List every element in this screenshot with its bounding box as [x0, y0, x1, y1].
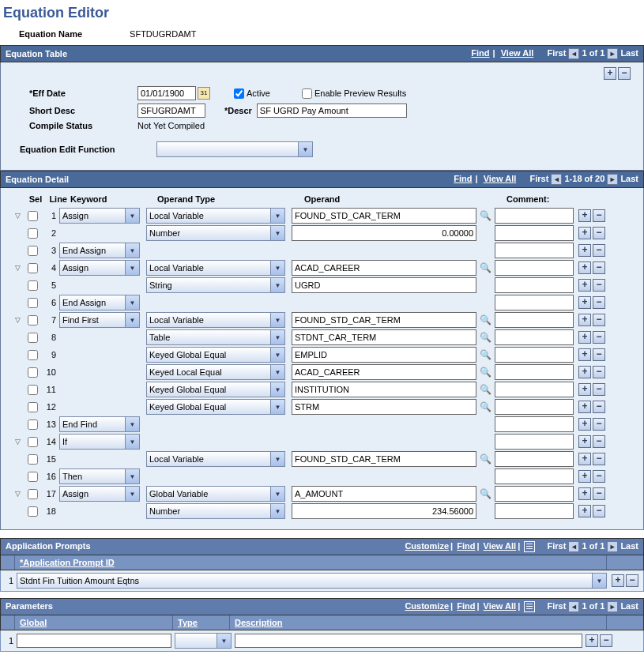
delete-row-button[interactable]: − — [593, 314, 605, 326]
ap-customize-link[interactable]: Customize — [405, 541, 449, 551]
comment-input[interactable] — [495, 382, 574, 397]
operand-input[interactable] — [292, 208, 476, 224]
add-row-button[interactable]: + — [578, 244, 591, 257]
sel-checkbox[interactable] — [28, 385, 38, 395]
lookup-icon[interactable]: 🔍 — [479, 487, 491, 500]
keyword-dropdown[interactable]: Find First▼ — [59, 312, 140, 328]
operand-type-dropdown[interactable]: Local Variable▼ — [146, 260, 285, 276]
param-type-dropdown[interactable]: ▼ — [175, 633, 232, 649]
sel-checkbox[interactable] — [28, 298, 38, 308]
operand-input[interactable] — [292, 399, 476, 415]
add-row-button[interactable]: + — [578, 331, 591, 344]
add-row-button[interactable]: + — [578, 296, 591, 309]
pr-col-description[interactable]: Description — [230, 615, 607, 630]
comment-input[interactable] — [495, 503, 574, 519]
comment-input[interactable] — [495, 399, 574, 415]
comment-input[interactable] — [495, 208, 574, 224]
comment-input[interactable] — [495, 451, 574, 467]
sel-checkbox[interactable] — [28, 489, 38, 499]
add-row-button[interactable]: + — [578, 279, 591, 292]
active-checkbox[interactable] — [234, 88, 244, 99]
sel-checkbox[interactable] — [28, 420, 38, 430]
sel-checkbox[interactable] — [28, 246, 38, 256]
find-link[interactable]: Find — [471, 48, 489, 58]
operand-type-dropdown[interactable]: Number▼ — [146, 503, 285, 519]
delete-row-button[interactable]: − — [593, 505, 605, 517]
add-row-button[interactable]: + — [578, 470, 591, 483]
operand-input[interactable] — [292, 277, 476, 293]
expand-toggle-icon[interactable]: ▽ — [15, 316, 24, 324]
add-row-button[interactable]: + — [578, 348, 591, 361]
lookup-icon[interactable]: 🔍 — [479, 331, 491, 344]
add-row-button[interactable]: + — [578, 401, 591, 413]
sel-checkbox[interactable] — [28, 315, 38, 325]
pr-add-button[interactable]: + — [586, 634, 598, 647]
sel-checkbox[interactable] — [28, 263, 38, 273]
lookup-icon[interactable]: 🔍 — [479, 383, 491, 396]
detail-prev-arrow-icon[interactable]: ◄ — [551, 174, 562, 185]
operand-input[interactable] — [292, 312, 476, 328]
delete-row-button[interactable]: − — [593, 279, 605, 292]
sel-checkbox[interactable] — [28, 333, 38, 343]
delete-row-button[interactable]: − — [593, 470, 605, 483]
add-row-button[interactable]: + — [578, 435, 591, 448]
operand-input[interactable] — [292, 451, 476, 467]
lookup-icon[interactable]: 🔍 — [479, 209, 491, 222]
ap-col-header[interactable]: *Application Prompt ID — [15, 555, 607, 570]
pr-col-type[interactable]: Type — [173, 615, 230, 630]
sel-checkbox[interactable] — [28, 280, 38, 291]
add-row-button[interactable]: + — [604, 67, 616, 80]
sel-checkbox[interactable] — [28, 437, 38, 447]
detail-next-arrow-icon[interactable]: ► — [607, 174, 618, 185]
operand-type-dropdown[interactable]: Local Variable▼ — [146, 208, 285, 224]
delete-row-button[interactable]: − — [593, 348, 605, 361]
detail-find-link[interactable]: Find — [454, 174, 472, 183]
add-row-button[interactable]: + — [578, 366, 591, 378]
add-row-button[interactable]: + — [578, 209, 591, 222]
add-row-button[interactable]: + — [578, 418, 591, 431]
comment-input[interactable] — [495, 312, 574, 328]
comment-input[interactable] — [495, 260, 574, 276]
detail-view-all-link[interactable]: View All — [484, 174, 517, 183]
operand-type-dropdown[interactable]: Number▼ — [146, 225, 285, 241]
delete-row-button[interactable]: − — [593, 296, 605, 309]
eff-date-input[interactable] — [137, 86, 196, 100]
calendar-icon[interactable]: 31 — [198, 87, 210, 100]
sel-checkbox[interactable] — [28, 472, 38, 482]
delete-row-button[interactable]: − — [593, 227, 605, 239]
keyword-dropdown[interactable]: Assign▼ — [59, 260, 140, 276]
pr-next-arrow-icon[interactable]: ► — [607, 601, 618, 612]
pr-col-global[interactable]: Global — [15, 615, 173, 630]
delete-row-button[interactable]: − — [593, 262, 605, 274]
comment-input[interactable] — [495, 347, 574, 363]
prev-arrow-icon[interactable]: ◄ — [568, 48, 579, 59]
keyword-dropdown[interactable]: Then▼ — [59, 468, 140, 484]
param-description-input[interactable] — [235, 634, 582, 648]
operand-input[interactable] — [292, 382, 476, 397]
operand-input[interactable] — [292, 486, 476, 502]
delete-row-button[interactable]: − — [593, 401, 605, 413]
operand-type-dropdown[interactable]: Keyed Global Equal▼ — [146, 382, 285, 397]
operand-type-dropdown[interactable]: Keyed Global Equal▼ — [146, 347, 285, 363]
pr-find-link[interactable]: Find — [457, 601, 475, 611]
ap-prev-arrow-icon[interactable]: ◄ — [568, 541, 579, 552]
sel-checkbox[interactable] — [28, 350, 38, 360]
descr-input[interactable] — [257, 103, 407, 118]
add-row-button[interactable]: + — [578, 453, 591, 465]
add-row-button[interactable]: + — [578, 505, 591, 517]
operand-input[interactable] — [292, 364, 476, 380]
next-arrow-icon[interactable]: ► — [607, 48, 618, 59]
edit-function-dropdown[interactable]: ▼ — [156, 141, 313, 157]
param-global-input[interactable] — [17, 634, 171, 648]
lookup-icon[interactable]: 🔍 — [479, 401, 491, 413]
comment-input[interactable] — [495, 468, 574, 484]
comment-input[interactable] — [495, 243, 574, 258]
operand-input[interactable] — [292, 503, 476, 519]
keyword-dropdown[interactable]: End Find▼ — [59, 416, 140, 432]
operand-type-dropdown[interactable]: Local Variable▼ — [146, 312, 285, 328]
delete-row-button[interactable]: − — [593, 487, 605, 500]
operand-type-dropdown[interactable]: Local Variable▼ — [146, 451, 285, 467]
sel-checkbox[interactable] — [28, 367, 38, 378]
expand-toggle-icon[interactable]: ▽ — [15, 490, 24, 498]
expand-toggle-icon[interactable]: ▽ — [15, 212, 24, 220]
